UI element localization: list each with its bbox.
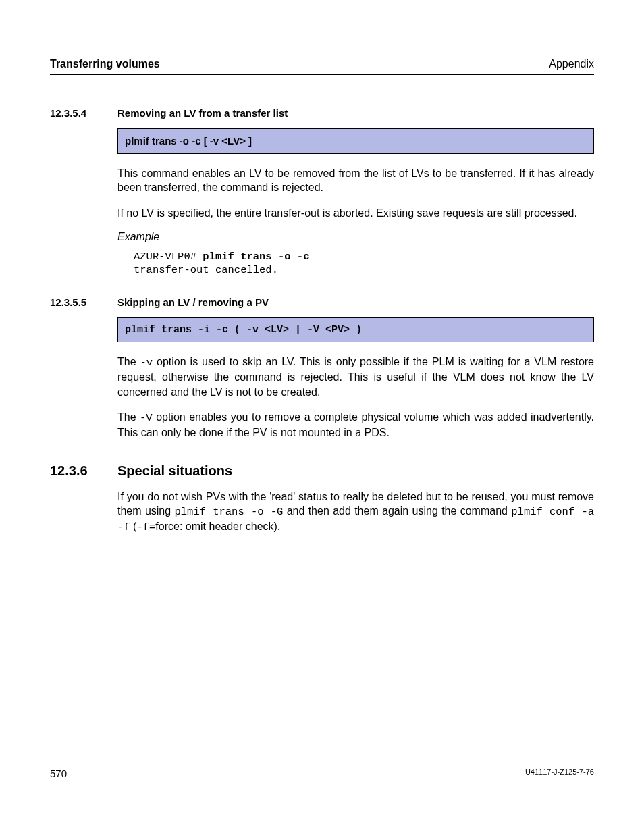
inline-code: -v (140, 357, 153, 369)
text-run: option is used to skip an LV. This is on… (117, 356, 594, 398)
document-id: U41117-J-Z125-7-76 (525, 768, 594, 779)
header-section-title: Transferring volumes (50, 58, 160, 70)
section-number: 12.3.5.4 (50, 107, 117, 119)
paragraph: If you do not wish PVs with the 'read' s… (117, 490, 594, 535)
terminal-command: plmif trans -o -c (203, 251, 309, 263)
header-appendix-label: Appendix (549, 58, 594, 70)
section-content: If you do not wish PVs with the 'read' s… (117, 490, 594, 535)
inline-code: -V (140, 412, 153, 424)
section-content: plmif trans -i -c ( -v <LV> | -V <PV> ) … (117, 317, 594, 440)
inline-code: -f (136, 521, 149, 533)
command-syntax-box: plmif trans -o -c [ -v <LV> ] (117, 128, 594, 154)
terminal-output: transfer-out cancelled. (134, 264, 278, 276)
text-run: The (117, 356, 140, 367)
command-syntax-box: plmif trans -i -c ( -v <LV> | -V <PV> ) (117, 317, 594, 343)
subsection-number: 12.3.6 (50, 463, 117, 479)
paragraph: The -V option enables you to remove a co… (117, 410, 594, 440)
section-heading: 12.3.5.5 Skipping an LV / removing a PV (50, 296, 594, 308)
section-title: Skipping an LV / removing a PV (117, 296, 269, 308)
text-run: ( (130, 521, 137, 532)
page-number: 570 (50, 768, 67, 779)
section-title: Removing an LV from a transfer list (117, 107, 288, 119)
paragraph: The -v option is used to skip an LV. Thi… (117, 355, 594, 399)
text-run: The (117, 411, 140, 423)
paragraph: This command enables an LV to be removed… (117, 166, 594, 195)
paragraph: If no LV is specified, the entire transf… (117, 206, 594, 221)
inline-code: plmif trans -o -G (175, 506, 284, 518)
page-header: Transferring volumes Appendix (50, 58, 594, 75)
subsection-title: Special situations (117, 463, 232, 479)
example-label: Example (117, 231, 594, 243)
subsection-heading: 12.3.6 Special situations (50, 463, 594, 479)
text-run: and then add them again using the comman… (283, 505, 511, 517)
document-page: Transferring volumes Appendix 12.3.5.4 R… (0, 0, 644, 813)
section-heading: 12.3.5.4 Removing an LV from a transfer … (50, 107, 594, 119)
terminal-prompt: AZUR-VLP0# (134, 251, 203, 263)
page-footer: 570 U41117-J-Z125-7-76 (50, 762, 594, 779)
text-run: =force: omit header check). (149, 521, 280, 532)
text-run: option enables you to remove a complete … (117, 411, 594, 438)
section-number: 12.3.5.5 (50, 296, 117, 308)
section-content: plmif trans -o -c [ -v <LV> ] This comma… (117, 128, 594, 278)
terminal-example: AZUR-VLP0# plmif trans -o -c transfer-ou… (134, 250, 594, 277)
